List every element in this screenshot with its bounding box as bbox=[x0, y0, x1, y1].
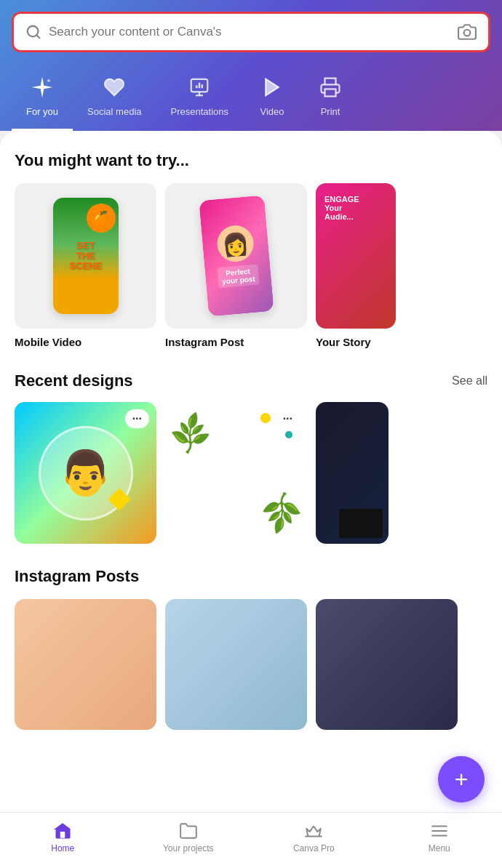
svg-line-1 bbox=[36, 35, 39, 38]
search-icon bbox=[25, 24, 41, 40]
mobile-video-image: 🍊 SETTHESCENE bbox=[15, 183, 156, 329]
recent-designs-title: Recent designs bbox=[15, 371, 133, 390]
mobile-video-label: Mobile Video bbox=[15, 336, 156, 348]
phone-mockup-ip: 👩 Perfectyour post bbox=[199, 195, 274, 316]
nav-canva-pro[interactable]: Canva Pro bbox=[284, 821, 343, 853]
ig-post-card-2[interactable] bbox=[165, 599, 307, 730]
nav-home-label: Home bbox=[51, 843, 74, 853]
set-the-scene-text: SETTHESCENE bbox=[69, 241, 102, 272]
nav-canva-pro-label: Canva Pro bbox=[293, 843, 335, 853]
dark-card-content bbox=[316, 402, 389, 544]
try-card-your-story[interactable]: ENGAGEYourAudie... Your Story bbox=[316, 183, 396, 348]
nav-home[interactable]: Home bbox=[33, 821, 92, 853]
search-input[interactable] bbox=[49, 25, 450, 39]
instagram-post-image: 👩 Perfectyour post bbox=[165, 183, 307, 329]
nav-your-projects-label: Your projects bbox=[163, 843, 214, 853]
leaf-bottom-right: 🌿 bbox=[258, 489, 306, 537]
tab-for-you-label: For you bbox=[26, 106, 58, 117]
nav-tabs: For you Social media bbox=[12, 67, 490, 131]
try-cards: 🍊 SETTHESCENE Mobile Video 👩 Perfectyour… bbox=[15, 183, 487, 348]
heart-icon bbox=[100, 73, 129, 102]
print-icon bbox=[316, 73, 345, 102]
nav-menu-label: Menu bbox=[429, 843, 450, 853]
instagram-posts-section: Instagram Posts bbox=[15, 567, 487, 730]
phone-screen-mv: 🍊 SETTHESCENE bbox=[53, 198, 119, 314]
design-card-1-more[interactable]: ··· bbox=[125, 409, 149, 428]
your-story-image: ENGAGEYourAudie... bbox=[316, 183, 396, 329]
try-card-instagram-post[interactable]: 👩 Perfectyour post Instagram Post bbox=[165, 183, 307, 348]
tab-print[interactable]: Print bbox=[301, 67, 359, 131]
home-icon bbox=[53, 821, 72, 840]
bottom-nav: Home Your projects Canva Pro Menu bbox=[0, 812, 502, 868]
dot-teal bbox=[285, 431, 292, 438]
try-card-mobile-video[interactable]: 🍊 SETTHESCENE Mobile Video bbox=[15, 183, 156, 348]
try-section: You might want to try... 🍊 SETTHESCENE M… bbox=[15, 151, 487, 348]
see-all-button[interactable]: See all bbox=[452, 374, 487, 387]
design-cards: ··· 👨 ··· 🌿 🌿 bbox=[15, 402, 487, 544]
leaf-top-left: 🌿 bbox=[167, 410, 215, 458]
fab-create-button[interactable]: + bbox=[438, 756, 485, 803]
engage-text: ENGAGEYourAudie... bbox=[324, 195, 359, 221]
tab-presentations-label: Presentations bbox=[171, 106, 229, 117]
instagram-posts-title: Instagram Posts bbox=[15, 567, 487, 586]
video-icon bbox=[258, 73, 287, 102]
ig-post-card-3[interactable] bbox=[316, 599, 458, 730]
tab-social-media[interactable]: Social media bbox=[73, 67, 156, 131]
search-bar[interactable] bbox=[12, 12, 490, 52]
perfect-your-post-text: Perfectyour post bbox=[217, 265, 259, 289]
tab-presentations[interactable]: Presentations bbox=[156, 67, 244, 131]
header: For you Social media bbox=[0, 0, 502, 131]
nav-menu[interactable]: Menu bbox=[410, 821, 469, 853]
svg-rect-9 bbox=[60, 832, 65, 838]
design-card-2-more[interactable]: ··· bbox=[276, 409, 300, 428]
fab-plus-icon: + bbox=[455, 766, 469, 793]
tab-print-label: Print bbox=[321, 106, 340, 117]
svg-rect-8 bbox=[325, 89, 336, 97]
folder-icon bbox=[179, 821, 198, 840]
design-card-1[interactable]: ··· 👨 bbox=[15, 402, 156, 544]
tab-video[interactable]: Video bbox=[243, 67, 301, 131]
recent-designs-header: Recent designs See all bbox=[15, 371, 487, 390]
design-card-3[interactable] bbox=[316, 402, 389, 544]
design-card-2[interactable]: ··· 🌿 🌿 bbox=[165, 402, 307, 544]
ig-post-card-1[interactable] bbox=[15, 599, 156, 730]
try-section-title: You might want to try... bbox=[15, 151, 487, 170]
pie-chart-icon bbox=[185, 73, 214, 102]
dot-yellow bbox=[260, 413, 271, 423]
crown-icon bbox=[304, 821, 323, 840]
tab-social-media-label: Social media bbox=[87, 106, 141, 117]
svg-marker-7 bbox=[266, 79, 279, 96]
phone-screen-ip: 👩 Perfectyour post bbox=[199, 195, 274, 316]
tab-video-label: Video bbox=[260, 106, 284, 117]
sparkle-icon bbox=[28, 73, 57, 102]
instagram-posts-row bbox=[15, 599, 487, 730]
fruit-decoration: 🍊 bbox=[87, 204, 116, 233]
your-story-label: Your Story bbox=[316, 336, 396, 348]
camera-icon[interactable] bbox=[458, 23, 477, 41]
tab-for-you[interactable]: For you bbox=[12, 67, 73, 131]
face-decoration: 👩 bbox=[215, 224, 255, 263]
instagram-post-label: Instagram Post bbox=[165, 336, 307, 348]
recent-designs-section: Recent designs See all ··· 👨 ··· 🌿 🌿 bbox=[15, 371, 487, 544]
menu-icon bbox=[430, 821, 449, 840]
phone-mockup-mv: 🍊 SETTHESCENE bbox=[53, 198, 119, 314]
nav-your-projects[interactable]: Your projects bbox=[159, 821, 218, 853]
svg-point-2 bbox=[464, 30, 471, 36]
dark-card-screen bbox=[339, 509, 383, 538]
svg-point-3 bbox=[47, 79, 50, 82]
main-content: You might want to try... 🍊 SETTHESCENE M… bbox=[0, 131, 502, 817]
